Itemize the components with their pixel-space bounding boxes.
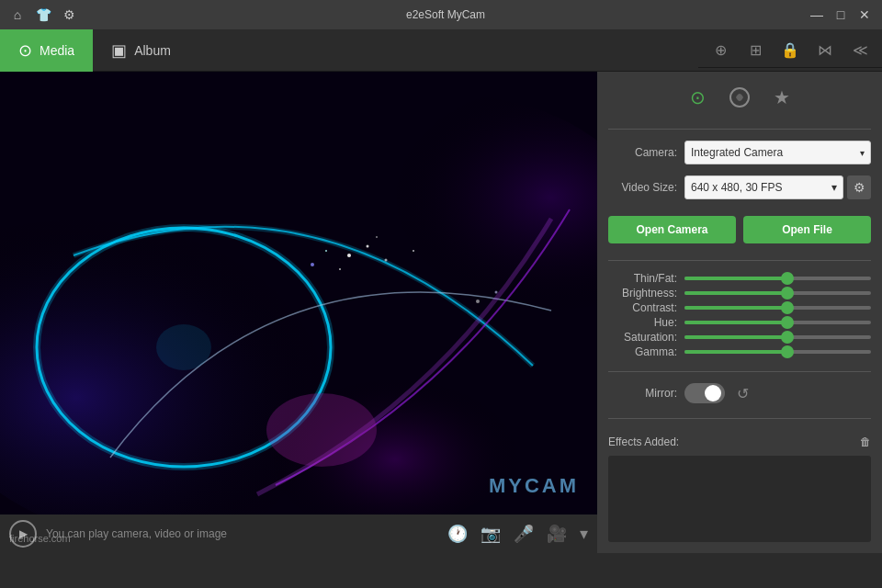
camera-dropdown-arrow: ▾ <box>860 148 865 158</box>
svg-point-13 <box>311 263 314 266</box>
video-dropdown-icon[interactable]: ▾ <box>580 524 588 544</box>
camera-value: Integrated Camera <box>691 146 783 159</box>
titlebar: ⌂ 👕 ⚙ e2eSoft MyCam — □ ✕ <box>0 0 882 29</box>
camera-label: Camera: <box>608 146 677 159</box>
clock-icon[interactable]: 🕐 <box>447 524 468 544</box>
sliders-container: Thin/Fat: Brightness: Contrast: <box>608 272 871 360</box>
slider-row-thin-fat: Thin/Fat: <box>608 272 871 285</box>
saturation-slider[interactable] <box>684 335 871 339</box>
camera-row: Camera: Integrated Camera ▾ <box>608 141 871 164</box>
slider-row-brightness: Brightness: <box>608 287 871 300</box>
panel-effects-icon[interactable] <box>725 83 754 112</box>
svg-point-7 <box>347 254 351 257</box>
mirror-reset-button[interactable]: ↺ <box>732 383 752 403</box>
divider-2 <box>608 260 871 261</box>
video-area: MYCAM ▶ You can play camera, video or im… <box>0 72 597 553</box>
effects-header: Effects Added: 🗑 <box>608 435 871 448</box>
divider-4 <box>608 418 871 419</box>
svg-point-16 <box>495 291 498 294</box>
camera-dropdown[interactable]: Integrated Camera ▾ <box>684 141 871 164</box>
video-icon[interactable]: 🎥 <box>547 524 567 544</box>
video-size-arrow: ▾ <box>831 181 837 194</box>
video-size-value: 640 x 480, 30 FPS <box>691 181 782 194</box>
bottom-bar: ▶ You can play camera, video or image 🕐 … <box>0 514 597 553</box>
toolbar-location-btn[interactable]: ⊕ <box>707 37 733 62</box>
close-button[interactable]: ✕ <box>856 6 873 23</box>
tabbar: ⊙ Media ▣ Album ⊕ ⊞ 🔒 ⋈ ≪ <box>0 29 882 72</box>
slider-row-contrast: Contrast: <box>608 301 871 314</box>
video-size-row: Video Size: 640 x 480, 30 FPS ▾ ⚙ <box>608 175 871 199</box>
home-icon[interactable]: ⌂ <box>9 6 26 23</box>
open-file-button[interactable]: Open File <box>743 216 871 243</box>
minimize-button[interactable]: — <box>808 6 825 23</box>
media-tab-label: Media <box>40 43 74 58</box>
app-title: e2eSoft MyCam <box>83 8 808 21</box>
panel-icon-row: ⊙ ★ <box>608 83 871 112</box>
video-size-dropdown[interactable]: 640 x 480, 30 FPS ▾ <box>684 175 843 199</box>
mirror-toggle-container: ↺ <box>684 383 752 403</box>
contrast-slider[interactable] <box>684 306 871 310</box>
toolbar-share-btn[interactable]: ⋈ <box>812 37 838 62</box>
hue-slider[interactable] <box>684 321 871 324</box>
divider-1 <box>608 129 871 130</box>
svg-point-10 <box>385 259 388 262</box>
svg-point-17 <box>156 324 211 370</box>
panel-camera-icon[interactable]: ⊙ <box>683 83 712 112</box>
video-size-label: Video Size: <box>608 181 677 194</box>
toolbar: ⊕ ⊞ 🔒 ⋈ ≪ <box>698 33 882 68</box>
mirror-row: Mirror: ↺ <box>608 383 871 403</box>
divider-3 <box>608 371 871 372</box>
slider-row-saturation: Saturation: <box>608 331 871 344</box>
main-layout: MYCAM ▶ You can play camera, video or im… <box>0 72 882 553</box>
brightness-label: Brightness: <box>608 287 677 300</box>
mycam-logo: MYCAM <box>489 474 579 498</box>
tshirt-icon[interactable]: 👕 <box>35 6 51 23</box>
camera-icon[interactable]: 📷 <box>481 524 501 544</box>
toolbar-lock-btn[interactable]: 🔒 <box>777 37 803 62</box>
mirror-toggle[interactable] <box>684 383 725 403</box>
svg-point-14 <box>413 250 414 252</box>
media-tab-icon: ⊙ <box>18 40 32 61</box>
thin-fat-slider[interactable] <box>684 277 871 280</box>
gamma-label: Gamma: <box>608 345 677 358</box>
svg-point-6 <box>266 393 377 467</box>
slider-row-gamma: Gamma: <box>608 345 871 358</box>
album-tab-icon: ▣ <box>111 40 127 61</box>
svg-point-12 <box>376 236 378 238</box>
right-panel: ⊙ ★ Camera: Integrated Camera ▾ Video Si… <box>597 72 882 553</box>
watermark: firehorse.com <box>9 533 71 544</box>
gamma-slider[interactable] <box>684 350 871 354</box>
bottom-icons: 🕐 📷 🎤 🎥 ▾ <box>447 524 588 544</box>
toolbar-grid-btn[interactable]: ⊞ <box>742 37 768 62</box>
mirror-toggle-thumb <box>705 385 721 401</box>
panel-star-icon[interactable]: ★ <box>767 83 797 112</box>
svg-point-15 <box>476 300 480 303</box>
album-tab-label: Album <box>134 43 171 58</box>
effects-trash-icon[interactable]: 🗑 <box>860 435 871 448</box>
settings-icon[interactable]: ⚙ <box>61 6 77 23</box>
open-camera-button[interactable]: Open Camera <box>608 216 736 243</box>
saturation-label: Saturation: <box>608 331 677 344</box>
effects-body <box>608 456 871 542</box>
svg-point-11 <box>325 250 327 252</box>
hue-label: Hue: <box>608 316 677 329</box>
brightness-slider[interactable] <box>684 291 871 295</box>
contrast-label: Contrast: <box>608 301 677 314</box>
toolbar-back-btn[interactable]: ≪ <box>847 37 873 62</box>
microphone-icon[interactable]: 🎤 <box>514 524 534 544</box>
tab-media[interactable]: ⊙ Media <box>0 29 93 72</box>
effects-label: Effects Added: <box>608 435 679 448</box>
thin-fat-label: Thin/Fat: <box>608 272 677 285</box>
action-button-row: Open Camera Open File <box>608 216 871 243</box>
mirror-label: Mirror: <box>608 387 677 400</box>
slider-row-hue: Hue: <box>608 316 871 329</box>
tab-album[interactable]: ▣ Album <box>93 29 189 72</box>
svg-point-9 <box>339 268 341 270</box>
video-size-gear-button[interactable]: ⚙ <box>847 175 871 199</box>
status-text: You can play camera, video or image <box>46 527 438 540</box>
svg-point-8 <box>367 245 369 248</box>
maximize-button[interactable]: □ <box>832 6 849 23</box>
